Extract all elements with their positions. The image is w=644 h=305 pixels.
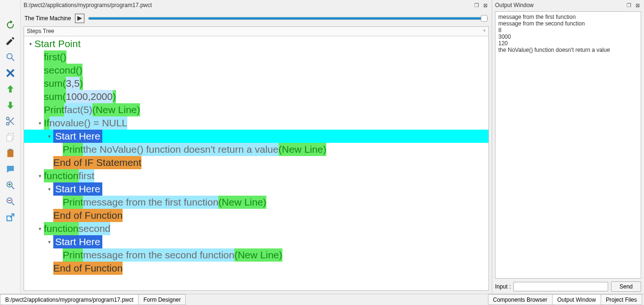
tree-toggle-icon[interactable]: ▾ <box>37 222 43 235</box>
tree-segment: first() <box>44 50 66 64</box>
tree-segment: (New Line) <box>234 248 282 262</box>
tree-row[interactable]: ▾Start Here <box>24 130 488 143</box>
tree-segment: Print <box>44 103 64 116</box>
tree-segment: Print <box>63 248 83 262</box>
tree-row[interactable]: ▾function second <box>24 222 488 235</box>
svg-line-11 <box>11 203 14 206</box>
tree-bullet: • <box>56 143 62 156</box>
tree-segment: second <box>79 222 111 235</box>
tree-row[interactable]: •second() <box>24 64 488 77</box>
tree-segment: novalue() = NULL <box>50 116 127 130</box>
arrow-down-icon[interactable] <box>2 98 18 112</box>
svg-line-1 <box>11 58 14 61</box>
bottom-tab-left[interactable]: B:/pwct2/applications/myprograms/program… <box>0 294 139 305</box>
bottom-tab-left[interactable]: Form Designer <box>138 294 186 305</box>
editor-title-path: B:/pwct2/applications/myprograms/program… <box>24 2 152 8</box>
output-restore-icon[interactable]: ❐ <box>625 1 633 9</box>
output-input-field[interactable] <box>513 282 608 291</box>
tree-row[interactable]: •End of Function <box>24 209 488 222</box>
tree-segment: Print <box>63 196 83 209</box>
zoom-out-icon[interactable] <box>2 194 18 208</box>
steps-tree: ▾Start Point•first()•second()•sum(3,5)•s… <box>24 36 488 278</box>
tree-row[interactable]: •first() <box>24 50 488 64</box>
refresh-icon[interactable] <box>2 18 18 32</box>
popout-icon[interactable] <box>2 210 18 224</box>
zoom-in-icon[interactable] <box>2 178 18 192</box>
tree-row[interactable]: •sum(3,5) <box>24 77 488 90</box>
tree-row[interactable]: ▾Start Point <box>24 37 488 50</box>
editor-panel: B:/pwct2/applications/myprograms/program… <box>21 0 492 294</box>
tree-segment: 3,5 <box>66 77 80 90</box>
tree-row[interactable]: ▾If novalue() = NULL <box>24 116 488 130</box>
svg-rect-5 <box>7 135 12 141</box>
tree-segment: Start Here <box>53 235 102 248</box>
tree-toggle-icon[interactable]: ▾ <box>28 37 33 50</box>
time-machine-row: The Time Machine <box>21 10 492 26</box>
bottom-tab-right[interactable]: Output Window <box>552 294 601 305</box>
time-machine-slider[interactable] <box>88 17 488 20</box>
tree-segment: Start Here <box>53 130 102 143</box>
tree-bullet: • <box>47 262 52 275</box>
delete-x-icon[interactable] <box>2 66 18 80</box>
tree-segment: End of IF Statement <box>53 156 141 169</box>
tree-toggle-icon[interactable]: ▾ <box>37 116 43 130</box>
tree-toggle-icon[interactable]: ▾ <box>47 182 52 196</box>
svg-rect-7 <box>8 149 12 151</box>
tree-row[interactable]: ▾Start Here <box>24 235 488 248</box>
tree-toggle-icon[interactable]: ▾ <box>47 130 52 143</box>
tree-bullet: • <box>47 209 52 222</box>
tree-segment: first <box>79 169 95 182</box>
output-close-icon[interactable]: ⊠ <box>634 1 641 9</box>
tree-toggle-icon[interactable]: ▾ <box>37 169 43 182</box>
svg-marker-13 <box>77 16 82 21</box>
tree-segment: End of Function <box>53 209 123 222</box>
tree-row[interactable]: •End of IF Statement <box>24 156 488 169</box>
output-titlebar: Output Window ❐ ⊠ <box>492 0 644 10</box>
tree-segment: Start Point <box>34 37 81 50</box>
tree-segment: second() <box>44 64 83 77</box>
bottom-tab-right[interactable]: Project Files <box>601 294 642 305</box>
tree-segment: message from the first function <box>83 196 218 209</box>
search-icon[interactable] <box>2 50 18 64</box>
tree-segment: (New Line) <box>279 143 327 156</box>
bottom-tab-right[interactable]: Components Browser <box>488 294 553 305</box>
send-button[interactable]: Send <box>611 281 641 292</box>
tree-row[interactable]: •sum(1000,2000) <box>24 90 488 103</box>
cut-icon[interactable] <box>2 114 18 128</box>
time-machine-play-button[interactable] <box>75 14 84 23</box>
steps-tree-scroll[interactable]: ▾Start Point•first()•second()•sum(3,5)•s… <box>24 36 488 290</box>
tree-row[interactable]: •Print the NoValue() function doesn't re… <box>24 143 488 156</box>
tree-segment: function <box>44 222 79 235</box>
output-title: Output Window <box>495 2 534 8</box>
svg-point-0 <box>7 54 12 59</box>
restore-icon[interactable]: ❐ <box>473 1 480 9</box>
tree-row[interactable]: •Print fact(5) (New Line) <box>24 103 488 116</box>
tree-segment: ) <box>80 77 83 90</box>
close-icon[interactable]: ⊠ <box>481 1 489 9</box>
arrow-up-icon[interactable] <box>2 82 18 96</box>
tree-toggle-icon[interactable]: ▾ <box>47 235 52 248</box>
paste-icon[interactable] <box>2 146 18 160</box>
tree-row[interactable]: •Print message from the first function (… <box>24 196 488 209</box>
comment-icon[interactable] <box>2 162 18 176</box>
tree-bullet: • <box>37 90 43 103</box>
tree-row[interactable]: •End of Function <box>24 262 488 275</box>
tree-segment: message from the second function <box>83 248 234 262</box>
tree-segment: sum( <box>44 90 66 103</box>
copy-icon[interactable] <box>2 130 18 144</box>
tree-segment: the NoValue() function doesn't return a … <box>83 143 279 156</box>
bottom-left-tabs: B:/pwct2/applications/myprograms/program… <box>0 294 186 305</box>
tree-bullet: • <box>37 103 43 116</box>
tree-segment: If <box>44 116 50 130</box>
tree-row[interactable]: •Print message from the second function … <box>24 248 488 262</box>
tree-row[interactable]: ▾function first <box>24 169 488 182</box>
output-textarea[interactable]: message from the first function message … <box>495 11 641 279</box>
steps-tree-header[interactable]: Steps Tree <box>24 27 488 36</box>
output-panel: Output Window ❐ ⊠ message from the first… <box>492 0 644 294</box>
time-machine-thumb[interactable] <box>481 15 487 22</box>
output-input-row: Input : Send <box>492 280 644 294</box>
tree-row[interactable]: ▾Start Here <box>24 182 488 196</box>
svg-rect-6 <box>7 150 13 157</box>
tree-segment: ) <box>113 90 116 103</box>
edit-icon[interactable] <box>2 34 18 48</box>
